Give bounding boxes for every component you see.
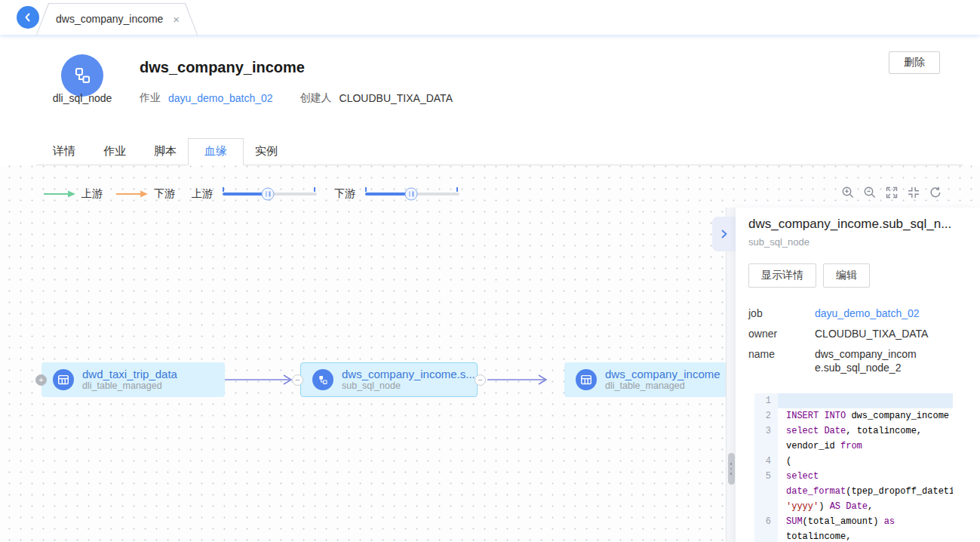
node-title[interactable]: dws_company_income.s...: [342, 368, 475, 380]
job-link[interactable]: dayu_demo_batch_02: [168, 92, 273, 104]
creator-label: 创建人: [300, 91, 332, 105]
code-line: 1: [754, 393, 953, 408]
field-owner: owner CLOUDBU_TIXA_DATA: [748, 327, 972, 340]
table-icon: [576, 369, 597, 390]
field-name: name dws_company_income.sub_sql_node_2: [748, 347, 972, 374]
code-text: select date_format(tpep_dropoff_datetime…: [778, 469, 953, 514]
tab-details[interactable]: 详情: [53, 139, 75, 165]
zoom-in-icon[interactable]: [841, 186, 855, 199]
name-value: dws_company_income.sub_sql_node_2: [815, 347, 919, 374]
field-label: name: [748, 347, 815, 374]
delete-button[interactable]: 删除: [889, 51, 940, 74]
upstream-slider-label: 上游: [192, 187, 213, 201]
sql-node-icon: [312, 369, 333, 390]
node-title[interactable]: dwd_taxi_trip_data: [82, 368, 177, 380]
node-type-icon: [61, 54, 103, 97]
show-detail-button[interactable]: 显示详情: [748, 263, 816, 288]
field-label: owner: [748, 327, 815, 340]
lineage-node-dws-company-income[interactable]: dws_company_income dli_table_managed: [564, 362, 726, 397]
line-number: 1: [754, 393, 778, 408]
job-label: 作业: [140, 91, 161, 105]
chevron-left-icon: [22, 11, 34, 23]
line-number: 2: [754, 408, 778, 423]
chevron-right-icon: [719, 229, 730, 239]
slider-tick: [365, 187, 367, 192]
expand-fullscreen-icon[interactable]: [885, 186, 899, 199]
job-value-link[interactable]: dayu_demo_batch_02: [815, 306, 928, 320]
edge-legend: 上游 下游: [44, 186, 175, 202]
code-line: 2INSERT INTO dws_company_income: [754, 408, 953, 423]
field-label: job: [748, 306, 815, 320]
exit-fullscreen-icon[interactable]: [907, 186, 920, 199]
panel-drag-handle[interactable]: [728, 453, 735, 485]
expand-upstream-icon[interactable]: +: [35, 374, 47, 386]
slider-handle[interactable]: [262, 188, 275, 201]
lineage-edges: [0, 165, 726, 542]
page-title: dws_company_income: [140, 59, 305, 76]
code-line: 5select date_format(tpep_dropoff_datetim…: [754, 469, 953, 514]
collapse-node-icon[interactable]: −: [475, 374, 486, 386]
line-number: 4: [754, 454, 778, 469]
code-text: select Date, totalincome, vendor_id from: [778, 423, 953, 454]
header-meta: 作业 dayu_demo_batch_02 创建人 CLOUDBU_TIXA_D…: [140, 91, 453, 105]
refresh-icon[interactable]: [929, 186, 942, 199]
upstream-depth-slider[interactable]: 上游: [192, 186, 317, 202]
node-type-label: dli_sql_node: [36, 92, 128, 104]
downstream-arrow-icon: [116, 189, 148, 199]
code-text: [778, 393, 953, 408]
code-text: INSERT INTO dws_company_income: [778, 408, 953, 423]
code-text: (: [778, 454, 953, 469]
collapse-node-icon[interactable]: −: [292, 374, 303, 386]
node-detail-panel: dws_company_income.sub_sql_n... sub_sql_…: [736, 208, 980, 542]
node-subtitle: dli_table_managed: [82, 380, 177, 392]
slider-tick: [314, 187, 315, 192]
tab-lineage[interactable]: 血缘: [188, 138, 244, 165]
upstream-legend-label: 上游: [81, 187, 103, 201]
sql-code-viewer[interactable]: 12INSERT INTO dws_company_income3select …: [754, 393, 953, 542]
panel-subtitle: sub_sql_node: [748, 236, 809, 248]
table-icon: [53, 369, 74, 390]
code-line: 6SUM(total_amount) as totalincome,: [754, 514, 953, 542]
canvas-toolbar: [841, 186, 942, 199]
line-number: 6: [754, 514, 778, 542]
field-job: job dayu_demo_batch_02: [748, 306, 972, 320]
downstream-slider-label: 下游: [334, 187, 355, 201]
panel-title: dws_company_income.sub_sql_n...: [748, 217, 974, 232]
code-line: 4(: [754, 454, 953, 469]
panel-collapse-button[interactable]: [712, 217, 736, 251]
tab-instance[interactable]: 实例: [255, 139, 278, 165]
lineage-node-dwd-taxi-trip-data[interactable]: dwd_taxi_trip_data dli_table_managed: [41, 362, 225, 397]
tab-job[interactable]: 作业: [103, 139, 126, 165]
window-tab-bar: dws_company_income ×: [0, 0, 980, 35]
downstream-legend-label: 下游: [154, 187, 175, 201]
slider-handle[interactable]: [405, 188, 418, 201]
lineage-node-sub-sql[interactable]: dws_company_income.s... sub_sql_node: [300, 362, 478, 397]
slider-tick: [456, 187, 458, 192]
owner-value: CLOUDBU_TIXA_DATA: [815, 327, 928, 340]
node-subtitle: sub_sql_node: [342, 380, 475, 392]
upstream-arrow-icon: [44, 189, 75, 199]
detail-tabs: 详情 作业 脚本 血缘 实例: [36, 140, 963, 165]
creator-value: CLOUDBU_TIXA_DATA: [339, 92, 453, 104]
edit-button[interactable]: 编辑: [823, 263, 870, 288]
node-title[interactable]: dws_company_income: [605, 368, 720, 380]
open-file-tab[interactable]: dws_company_income ×: [36, 3, 198, 35]
slider-track[interactable]: [223, 192, 317, 196]
code-text: SUM(total_amount) as totalincome,: [778, 514, 953, 542]
property-list: job dayu_demo_batch_02 owner CLOUDBU_TIX…: [748, 306, 972, 381]
close-tab-icon[interactable]: ×: [173, 14, 180, 25]
node-subtitle: dli_table_managed: [605, 380, 720, 392]
file-tab-title: dws_company_income: [56, 13, 163, 25]
slider-track[interactable]: [365, 192, 459, 196]
tab-script[interactable]: 脚本: [154, 139, 177, 165]
line-number: 5: [754, 469, 778, 514]
sql-node-glyph: [71, 64, 94, 87]
zoom-out-icon[interactable]: [863, 186, 877, 199]
line-number: 3: [754, 423, 778, 454]
panel-resize-strip[interactable]: [726, 208, 736, 542]
slider-tick: [223, 187, 224, 192]
code-line: 3select Date, totalincome, vendor_id fro…: [754, 423, 953, 454]
downstream-depth-slider[interactable]: 下游: [334, 186, 459, 202]
